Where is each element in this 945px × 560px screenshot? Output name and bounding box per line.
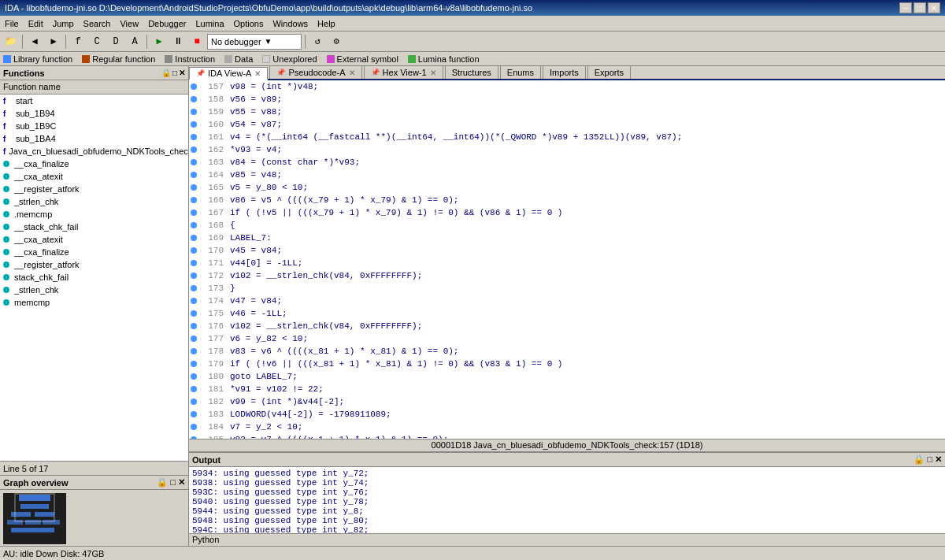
table-row[interactable]: 165 v5 = y_80 < 10;	[189, 181, 945, 194]
list-item[interactable]: __cxa_atexit	[0, 170, 188, 183]
left-panel: Functions 🔒 □ ✕ Function name fstartfsub…	[0, 66, 189, 546]
code-lines-area[interactable]: 157 v98 = (int *)v48; 158 v56 = v89; 159…	[189, 80, 945, 439]
table-row[interactable]: 173 }	[189, 282, 945, 295]
tab-imports[interactable]: Imports	[543, 66, 586, 79]
menu-windows[interactable]: Windows	[268, 17, 313, 30]
list-item[interactable]: fsub_1B9C	[0, 120, 188, 132]
menu-help[interactable]: Help	[313, 17, 340, 30]
lock-icon[interactable]: 🔒	[161, 69, 171, 77]
table-row[interactable]: 163 v84 = (const char *)*v93;	[189, 156, 945, 169]
toolbar-run[interactable]: ▶	[150, 33, 168, 50]
table-row[interactable]: 171 v44[0] = -1LL;	[189, 257, 945, 269]
toolbar-back[interactable]: ◀	[26, 33, 43, 50]
toolbar-forward[interactable]: ▶	[45, 33, 62, 50]
code-text: {	[230, 221, 235, 230]
table-row[interactable]: 174 v47 = v84;	[189, 295, 945, 307]
toolbar-data[interactable]: D	[107, 33, 124, 50]
output-close-icon[interactable]: ✕	[935, 454, 942, 464]
tab-hex-view[interactable]: 📌 Hex View-1 ✕	[364, 66, 443, 79]
table-row[interactable]: 179 if ( (!v6 || (((x_81 + 1) * x_81) & …	[189, 358, 945, 370]
menu-edit[interactable]: Edit	[24, 17, 48, 30]
tab-hex-view-close[interactable]: ✕	[430, 69, 436, 77]
table-row[interactable]: 178 v83 = v6 ^ ((((x_81 + 1) * x_81) & 1…	[189, 345, 945, 358]
table-row[interactable]: 160 v54 = v87;	[189, 118, 945, 131]
menu-jump[interactable]: Jump	[48, 17, 79, 30]
toolbar-open[interactable]: 📁	[2, 33, 19, 50]
list-item[interactable]: __cxa_atexit	[0, 233, 188, 246]
maximize-button[interactable]: □	[914, 2, 926, 13]
list-item[interactable]: fstart	[0, 95, 188, 107]
table-row[interactable]: 157 v98 = (int *)v48;	[189, 80, 945, 93]
table-row[interactable]: 183 LODWORD(v44[-2]) = -1798911089;	[189, 408, 945, 421]
close-panel-icon[interactable]: ✕	[179, 69, 185, 77]
toolbar-refresh[interactable]: ↺	[309, 33, 326, 50]
table-row[interactable]: 170 v45 = v84;	[189, 244, 945, 257]
output-lock-icon[interactable]: 🔒	[914, 454, 925, 464]
list-item[interactable]: fsub_1BA4	[0, 132, 188, 145]
list-item[interactable]: __stack_chk_fail	[0, 221, 188, 233]
list-item[interactable]: memcmp	[0, 296, 188, 309]
output-content[interactable]: 5934: using guessed type int y_72;5938: …	[189, 467, 945, 533]
output-float-icon[interactable]: □	[927, 454, 932, 464]
menu-file[interactable]: File	[0, 17, 24, 30]
table-row[interactable]: 182 v99 = (int *)&v44[-2];	[189, 395, 945, 408]
table-row[interactable]: 177 v6 = y_82 < 10;	[189, 332, 945, 345]
list-item[interactable]: fJava_cn_bluesadi_obfudemo_NDKTools_chec…	[0, 145, 188, 158]
list-item[interactable]: __register_atfork	[0, 183, 188, 195]
table-row[interactable]: 181 *v91 = v102 != 22;	[189, 383, 945, 395]
toolbar-settings[interactable]: ⚙	[328, 33, 345, 50]
menu-lumina[interactable]: Lumina	[191, 17, 228, 30]
tab-structures[interactable]: Structures	[445, 66, 498, 79]
list-item[interactable]: fsub_1B94	[0, 107, 188, 120]
tab-ida-view-close[interactable]: ✕	[254, 69, 261, 78]
list-item[interactable]: _strlen_chk	[0, 195, 188, 208]
table-row[interactable]: 166 v86 = v5 ^ ((((x_79 + 1) * x_79) & 1…	[189, 194, 945, 206]
table-row[interactable]: 167 if ( (!v5 || (((x_79 + 1) * x_79) & …	[189, 206, 945, 219]
float-icon[interactable]: □	[172, 69, 177, 77]
table-row[interactable]: 158 v56 = v89;	[189, 93, 945, 106]
table-row[interactable]: 175 v46 = -1LL;	[189, 307, 945, 320]
table-row[interactable]: 185 v82 = v7 ^ ((((x_1 + 1) * x_1) & 1) …	[189, 433, 945, 439]
functions-list[interactable]: fstartfsub_1B94fsub_1B9Cfsub_1BA4fJava_c…	[0, 95, 188, 461]
toolbar-stop[interactable]: ■	[188, 33, 206, 50]
table-row[interactable]: 184 v7 = y_2 < 10;	[189, 421, 945, 433]
tab-pseudocode-close[interactable]: ✕	[349, 69, 355, 77]
menu-debugger[interactable]: Debugger	[143, 17, 191, 30]
table-row[interactable]: 161 v4 = (*(__int64 (__fastcall **)(__in…	[189, 131, 945, 143]
table-row[interactable]: 176 v102 = __strlen_chk(v84, 0xFFFFFFFF)…	[189, 320, 945, 332]
toolbar-func[interactable]: f	[69, 33, 87, 50]
list-item[interactable]: .memcmp	[0, 208, 188, 221]
table-row[interactable]: 169 LABEL_7:	[189, 232, 945, 244]
list-item[interactable]: _strlen_chk	[0, 284, 188, 296]
table-row[interactable]: 164 v85 = v48;	[189, 169, 945, 181]
toolbar-code[interactable]: C	[88, 33, 106, 50]
menu-options[interactable]: Options	[229, 17, 269, 30]
list-item[interactable]: __cxa_finalize	[0, 158, 188, 170]
list-item[interactable]: stack_chk_fail	[0, 271, 188, 284]
line-number: 181	[200, 384, 224, 394]
tab-pseudocode[interactable]: 📌 Pseudocode-A ✕	[269, 66, 361, 79]
table-row[interactable]: 162 *v93 = v4;	[189, 143, 945, 156]
debugger-dropdown-icon[interactable]: ▼	[265, 37, 272, 46]
toolbar-pause[interactable]: ⏸	[169, 33, 187, 50]
toolbar-str[interactable]: A	[126, 33, 143, 50]
graph-lock-icon[interactable]: 🔒	[157, 477, 168, 487]
table-row[interactable]: 159 v55 = v88;	[189, 106, 945, 118]
close-button[interactable]: ✕	[928, 2, 940, 13]
table-row[interactable]: 172 v102 = __strlen_chk(v84, 0xFFFFFFFF)…	[189, 269, 945, 282]
graph-close-icon[interactable]: ✕	[178, 477, 185, 487]
minimize-button[interactable]: ─	[899, 2, 912, 13]
list-item[interactable]: __register_atfork	[0, 258, 188, 271]
tab-enums[interactable]: Enums	[500, 66, 541, 79]
tab-ida-view[interactable]: 📌 IDA View-A ✕	[189, 67, 268, 80]
line-dot	[191, 348, 197, 354]
graph-float-icon[interactable]: □	[170, 477, 176, 487]
debugger-selector[interactable]: No debugger ▼	[207, 34, 302, 50]
menu-search[interactable]: Search	[79, 17, 116, 30]
table-row[interactable]: 180 goto LABEL_7;	[189, 370, 945, 383]
table-row[interactable]: 168 {	[189, 219, 945, 232]
menu-view[interactable]: View	[115, 17, 143, 30]
line-number: 169	[200, 233, 224, 243]
list-item[interactable]: __cxa_finalize	[0, 246, 188, 258]
tab-exports[interactable]: Exports	[587, 66, 631, 79]
